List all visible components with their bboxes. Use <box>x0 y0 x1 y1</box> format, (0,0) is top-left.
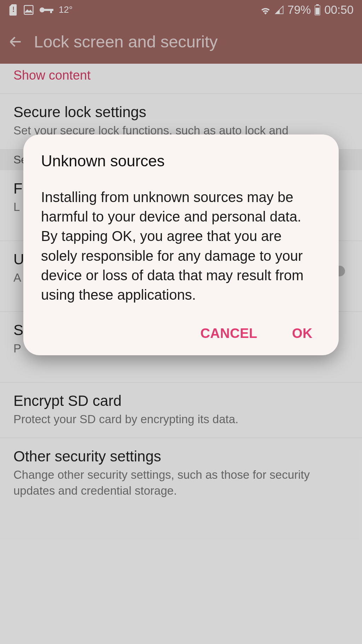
ok-button[interactable]: OK <box>291 322 314 345</box>
sd-card-warning-icon <box>8 4 18 16</box>
image-icon <box>23 5 34 15</box>
list-sub: Change other security settings, such as … <box>13 467 349 499</box>
page-title: Lock screen and security <box>34 32 218 51</box>
list-item-notifications[interactable]: Notifications on lock screen Show conten… <box>0 64 362 94</box>
dialog-unknown-sources: Unknown sources Installing from unknown … <box>23 134 339 355</box>
signal-icon <box>275 5 284 15</box>
app-bar: Lock screen and security <box>0 19 362 64</box>
svg-rect-6 <box>316 7 320 14</box>
cancel-button[interactable]: CANCEL <box>199 322 259 345</box>
status-bar: 12° 79% 00:50 <box>0 0 362 19</box>
svg-point-1 <box>40 7 45 12</box>
list-title: Notifications on lock screen <box>13 64 349 66</box>
list-item-encrypt-sd[interactable]: Encrypt SD card Protect your SD card by … <box>0 383 362 438</box>
dialog-title: Unknown sources <box>41 152 321 170</box>
key-vpn-icon <box>39 6 54 14</box>
dialog-body: Installing from unknown sources may be h… <box>41 188 321 305</box>
status-right: 79% 00:50 <box>260 3 354 17</box>
wifi-icon <box>260 5 271 15</box>
status-left: 12° <box>8 4 72 16</box>
svg-rect-2 <box>44 9 53 11</box>
list-sub-accent: Show content <box>13 68 349 83</box>
list-title: Encrypt SD card <box>13 392 349 409</box>
list-title: Other security settings <box>13 448 349 465</box>
list-item-other-security[interactable]: Other security settings Change other sec… <box>0 438 362 509</box>
list-title: Secure lock settings <box>13 104 349 121</box>
status-battery-pct: 79% <box>287 3 311 17</box>
svg-rect-5 <box>316 4 319 6</box>
svg-rect-0 <box>24 5 33 14</box>
status-temperature: 12° <box>59 4 72 15</box>
back-button[interactable] <box>7 33 24 50</box>
list-sub: Protect your SD card by encrypting its d… <box>13 412 349 427</box>
dialog-actions: CANCEL OK <box>41 322 321 345</box>
status-time: 00:50 <box>324 3 354 17</box>
svg-rect-3 <box>50 9 52 13</box>
battery-icon <box>314 4 321 16</box>
